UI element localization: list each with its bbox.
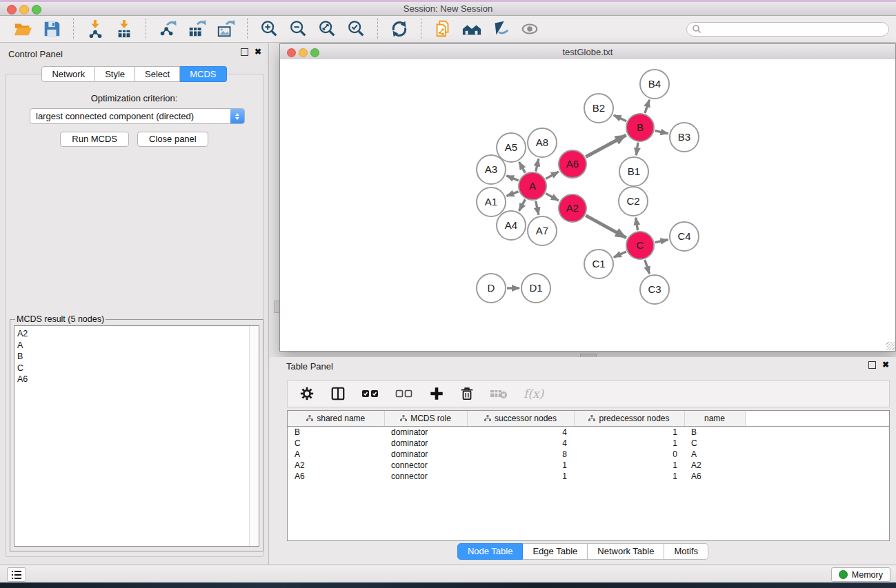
table-cell[interactable]: dominator — [384, 449, 467, 460]
zoom-fit-icon[interactable] — [317, 19, 337, 39]
select-all-icon[interactable] — [361, 388, 379, 399]
list-item[interactable]: C — [17, 363, 259, 374]
table-cell[interactable]: 4 — [467, 427, 574, 438]
column-header[interactable]: name — [684, 411, 745, 427]
close-panel-button[interactable]: Close panel — [137, 132, 208, 147]
criterion-select[interactable]: largest connected component (directed) — [30, 108, 245, 124]
export-image-icon[interactable] — [215, 19, 236, 39]
graph-edge[interactable] — [655, 131, 668, 134]
table-cell[interactable]: 8 — [467, 449, 574, 460]
table-header-row[interactable]: shared nameMCDS rolesuccessor nodesprede… — [288, 411, 889, 427]
table-cell[interactable]: A2 — [288, 460, 384, 471]
table-cell[interactable]: 1 — [574, 460, 684, 471]
show-all-networks-icon[interactable] — [461, 19, 482, 39]
table-cell[interactable]: dominator — [384, 438, 467, 449]
table-cell[interactable]: 0 — [574, 449, 684, 460]
scrollbar[interactable] — [249, 326, 259, 546]
network-window-titlebar[interactable]: testGlobe.txt — [280, 44, 895, 60]
delete-column-icon[interactable] — [460, 386, 474, 401]
import-table-icon[interactable] — [114, 19, 135, 39]
network-canvas[interactable]: B4B2BB3A8A5A6A3B1AC2A1A2A4A7C4CC1C3DD1 — [280, 59, 895, 351]
save-session-icon[interactable] — [41, 19, 62, 39]
table-cell[interactable]: 1 — [467, 471, 574, 482]
table-row[interactable]: A2connector11A2 — [288, 460, 889, 471]
close-panel-icon[interactable]: ✖ — [882, 361, 889, 369]
graph-edge[interactable] — [586, 135, 626, 157]
run-mcds-button[interactable]: Run MCDS — [60, 132, 129, 147]
graph-edge[interactable] — [645, 100, 649, 113]
graph-edge[interactable] — [536, 201, 539, 215]
graph-edge[interactable] — [536, 159, 539, 171]
graph-edge[interactable] — [546, 172, 559, 179]
list-item[interactable]: A6 — [17, 374, 259, 385]
table-cell[interactable]: A2 — [684, 460, 745, 471]
table-cell[interactable]: connector — [384, 460, 467, 471]
import-network-icon[interactable] — [85, 19, 106, 39]
zoom-in-icon[interactable] — [259, 19, 279, 39]
export-table-icon[interactable] — [186, 19, 207, 39]
table-cell[interactable]: B — [288, 427, 384, 438]
float-panel-icon[interactable] — [241, 48, 248, 56]
table-cell[interactable]: 1 — [574, 427, 684, 438]
list-item[interactable]: A — [17, 340, 259, 352]
table-cell[interactable]: 1 — [574, 438, 684, 449]
zoom-out-icon[interactable] — [288, 19, 308, 39]
table-cell[interactable]: B — [684, 427, 745, 438]
graph-edge[interactable] — [546, 194, 559, 201]
tab-select[interactable]: Select — [135, 66, 180, 82]
table-cell[interactable]: 1 — [467, 460, 574, 471]
memory-button[interactable]: Memory — [831, 567, 890, 582]
add-column-icon[interactable] — [429, 386, 444, 401]
float-panel-icon[interactable] — [868, 361, 876, 369]
graph-edge[interactable] — [506, 176, 518, 181]
deselect-all-icon[interactable] — [395, 388, 413, 399]
function-builder-icon[interactable]: f(x) — [524, 387, 544, 401]
clone-network-icon[interactable] — [432, 19, 453, 39]
graph-edge[interactable] — [519, 199, 525, 211]
table-row[interactable]: Adominator80A — [288, 449, 889, 460]
graph-edge[interactable] — [645, 260, 650, 274]
export-network-icon[interactable] — [157, 19, 178, 39]
table-cell[interactable]: A6 — [684, 471, 745, 482]
node-table[interactable]: shared nameMCDS rolesuccessor nodesprede… — [287, 410, 890, 541]
list-item[interactable]: B — [17, 351, 259, 363]
delete-table-icon[interactable] — [490, 387, 508, 400]
task-history-button[interactable] — [7, 567, 26, 582]
table-cell[interactable]: 4 — [467, 438, 574, 449]
apply-layout-icon[interactable] — [389, 19, 410, 39]
mcds-result-list[interactable]: A2ABCA6 — [14, 325, 259, 547]
tab-node-table[interactable]: Node Table — [457, 543, 524, 560]
zoom-selected-icon[interactable] — [346, 19, 366, 39]
list-item[interactable]: A2 — [17, 328, 259, 340]
graph-edge[interactable] — [614, 252, 626, 257]
column-header[interactable]: shared name — [288, 411, 384, 427]
column-header[interactable]: MCDS role — [384, 411, 467, 427]
graph-edge[interactable] — [636, 218, 638, 231]
graph-edge[interactable] — [636, 143, 638, 155]
tab-edge-table[interactable]: Edge Table — [523, 543, 588, 560]
network-canvas-svg[interactable]: B4B2BB3A8A5A6A3B1AC2A1A2A4A7C4CC1C3DD1 — [280, 59, 895, 351]
table-row[interactable]: Cdominator41C — [288, 438, 889, 449]
resize-grip[interactable] — [886, 342, 895, 350]
table-row[interactable]: Bdominator41B — [288, 427, 889, 438]
search-input[interactable] — [686, 22, 889, 37]
table-cell[interactable]: A — [684, 449, 745, 460]
show-hide-panel-icon[interactable] — [519, 19, 540, 39]
tab-network-table[interactable]: Network Table — [588, 543, 664, 560]
table-cell[interactable]: C — [288, 438, 384, 449]
table-cell[interactable]: C — [684, 438, 745, 449]
open-session-icon[interactable] — [12, 19, 33, 39]
column-header[interactable]: predecessor nodes — [574, 411, 684, 427]
close-panel-icon[interactable]: ✖ — [255, 48, 261, 56]
table-row[interactable]: A6connector11A6 — [288, 471, 889, 482]
tab-mcds[interactable]: MCDS — [180, 66, 226, 82]
graph-edge[interactable] — [614, 115, 626, 121]
column-header[interactable]: successor nodes — [467, 411, 574, 427]
graph-edge[interactable] — [506, 192, 518, 196]
app-titlebar[interactable]: Session: New Session — [0, 2, 896, 16]
tab-motifs[interactable]: Motifs — [664, 543, 708, 560]
table-cell[interactable]: connector — [384, 471, 467, 482]
table-cell[interactable]: 1 — [574, 471, 684, 482]
settings-gear-icon[interactable] — [299, 386, 315, 401]
split-view-icon[interactable] — [330, 386, 346, 401]
